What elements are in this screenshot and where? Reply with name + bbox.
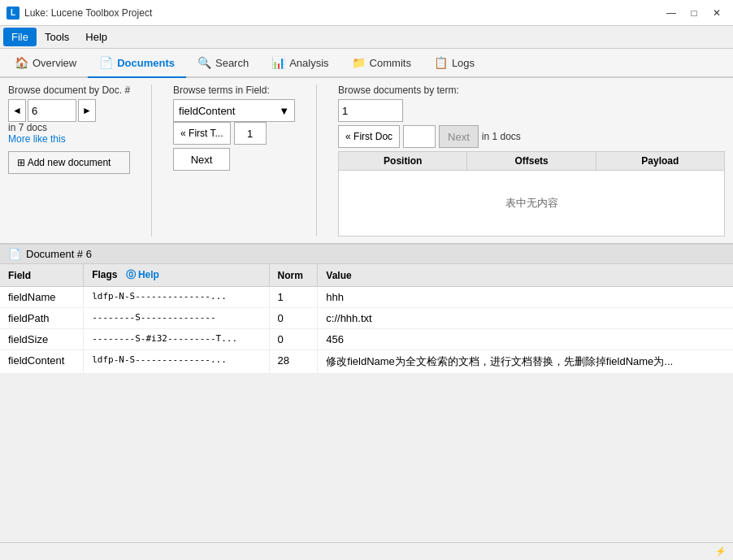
cell-norm: 0 [269, 329, 318, 350]
cell-value: c://hhh.txt [318, 308, 733, 329]
document-section-title: Document # 6 [26, 248, 92, 260]
document-table: Field Flags ⓪ Help Norm Value fieldName … [0, 264, 733, 374]
tab-logs-label: Logs [452, 57, 475, 69]
document-table-container: Field Flags ⓪ Help Norm Value fieldName … [0, 264, 733, 374]
term-doc-nav: « First Doc Next in 1 docs [338, 125, 725, 148]
table-row: fieldSize --------S-#i32---------T... 0 … [0, 329, 733, 350]
menu-help[interactable]: Help [77, 28, 115, 46]
document-section-icon: 📄 [8, 248, 21, 260]
status-bar: ⚡ [0, 542, 733, 560]
menu-tools[interactable]: Tools [37, 28, 77, 46]
col-field: Field [0, 264, 84, 287]
cell-value: 修改fieldName为全文检索的文档，进行文档替换，先删除掉fieldName… [318, 350, 733, 374]
first-term-button[interactable]: « First T... [173, 122, 230, 145]
menu-file[interactable]: File [3, 28, 37, 46]
position-col-header: Position [339, 152, 467, 170]
term-count-input[interactable] [234, 122, 267, 145]
toolbar: 🏠 Overview 📄 Documents 🔍 Search 📊 Analys… [0, 49, 733, 78]
cell-field: fieldContent [0, 350, 84, 374]
cell-norm: 0 [269, 308, 318, 329]
first-doc-button[interactable]: « First Doc [338, 125, 400, 148]
tab-documents-label: Documents [117, 57, 175, 69]
cell-field: fieldSize [0, 329, 84, 350]
browse-terms-label: Browse terms in Field: [173, 85, 295, 96]
overview-icon: 🏠 [15, 56, 28, 69]
table-row: fieldContent ldfp-N-S--------------... 2… [0, 350, 733, 374]
col-norm: Norm [269, 264, 318, 287]
document-section-header: 📄 Document # 6 [0, 244, 733, 264]
documents-icon: 📄 [99, 56, 113, 69]
cell-norm: 28 [269, 350, 318, 374]
table-row: fieldPath --------S-------------- 0 c://… [0, 308, 733, 329]
term-doc-count: in 1 docs [482, 131, 521, 142]
cell-norm: 1 [269, 287, 318, 308]
browse-by-term-section: Browse documents by term: « First Doc Ne… [338, 85, 725, 237]
window-controls: — □ ✕ [661, 5, 726, 21]
cell-flags: ldfp-N-S--------------... [84, 350, 269, 374]
analysis-icon: 📊 [271, 56, 285, 69]
next-term-button[interactable]: Next [173, 148, 230, 171]
cell-field: fieldPath [0, 308, 84, 329]
next-doc-term-button: Next [439, 125, 479, 148]
payload-table: Position Offsets Payload 表中无内容 [338, 151, 725, 237]
separator-1 [151, 85, 152, 237]
prev-doc-button[interactable]: ◄ [8, 99, 26, 122]
close-button[interactable]: ✕ [707, 5, 726, 21]
tab-commits[interactable]: 📁 Commits [340, 49, 423, 78]
menu-bar: File Tools Help [0, 26, 733, 49]
cell-field: fieldName [0, 287, 84, 308]
table-row: fieldName ldfp-N-S--------------... 1 hh… [0, 287, 733, 308]
cell-flags: ldfp-N-S--------------... [84, 287, 269, 308]
tab-analysis[interactable]: 📊 Analysis [260, 49, 340, 78]
search-icon: 🔍 [197, 56, 211, 69]
app-icon: L [7, 7, 20, 20]
cell-flags: --------S-#i32---------T... [84, 329, 269, 350]
doc-count: in 7 docs [8, 122, 130, 133]
status-icon: ⚡ [715, 546, 726, 557]
terms-nav: « First T... [173, 122, 295, 145]
top-panel: Browse document by Doc. # ◄ ► in 7 docs … [0, 78, 733, 244]
help-link[interactable]: ⓪ Help [126, 269, 159, 280]
tab-search-label: Search [215, 57, 249, 69]
next-doc-button[interactable]: ► [78, 99, 96, 122]
tab-overview[interactable]: 🏠 Overview [3, 49, 88, 78]
browse-doc-section: Browse document by Doc. # ◄ ► in 7 docs … [8, 85, 130, 174]
tab-documents[interactable]: 📄 Documents [88, 49, 186, 78]
maximize-button[interactable]: □ [684, 5, 704, 21]
browse-doc-label: Browse document by Doc. # [8, 85, 130, 96]
more-like-this-link[interactable]: More like this [8, 133, 130, 145]
window-title: Luke: Lucene Toolbox Project [24, 7, 152, 19]
cell-flags: --------S-------------- [84, 308, 269, 329]
field-dropdown-value: fieldContent [179, 105, 235, 117]
separator-2 [316, 85, 317, 237]
payload-header: Position Offsets Payload [339, 152, 724, 171]
tab-commits-label: Commits [370, 57, 411, 69]
tab-analysis-label: Analysis [289, 57, 328, 69]
table-header-row: Field Flags ⓪ Help Norm Value [0, 264, 733, 287]
title-bar: L Luke: Lucene Toolbox Project — □ ✕ [0, 0, 733, 26]
cell-value: 456 [318, 329, 733, 350]
doc-nav: ◄ ► [8, 99, 130, 122]
add-document-button[interactable]: ⊞ Add new document [8, 151, 130, 174]
cell-value: hhh [318, 287, 733, 308]
first-doc-label: « First Doc [345, 131, 393, 142]
tab-logs[interactable]: 📋 Logs [423, 49, 486, 78]
browse-by-term-label: Browse documents by term: [338, 85, 725, 96]
dropdown-arrow-icon: ▼ [279, 105, 289, 117]
doc-number-input[interactable] [28, 99, 76, 122]
term-doc-input[interactable] [403, 125, 436, 148]
tab-overview-label: Overview [33, 57, 76, 69]
payload-col-header: Payload [596, 152, 724, 170]
first-term-label: « First T... [180, 128, 223, 139]
col-value: Value [318, 264, 733, 287]
commits-icon: 📁 [352, 56, 366, 69]
field-dropdown[interactable]: fieldContent ▼ [173, 99, 295, 122]
offsets-col-header: Offsets [467, 152, 596, 170]
browse-terms-section: Browse terms in Field: fieldContent ▼ « … [173, 85, 295, 171]
logs-icon: 📋 [434, 56, 448, 69]
term-value-input[interactable] [338, 99, 403, 122]
col-flags: Flags ⓪ Help [84, 264, 269, 287]
minimize-button[interactable]: — [661, 5, 681, 21]
payload-body-empty: 表中无内容 [339, 171, 724, 236]
tab-search[interactable]: 🔍 Search [186, 49, 260, 78]
